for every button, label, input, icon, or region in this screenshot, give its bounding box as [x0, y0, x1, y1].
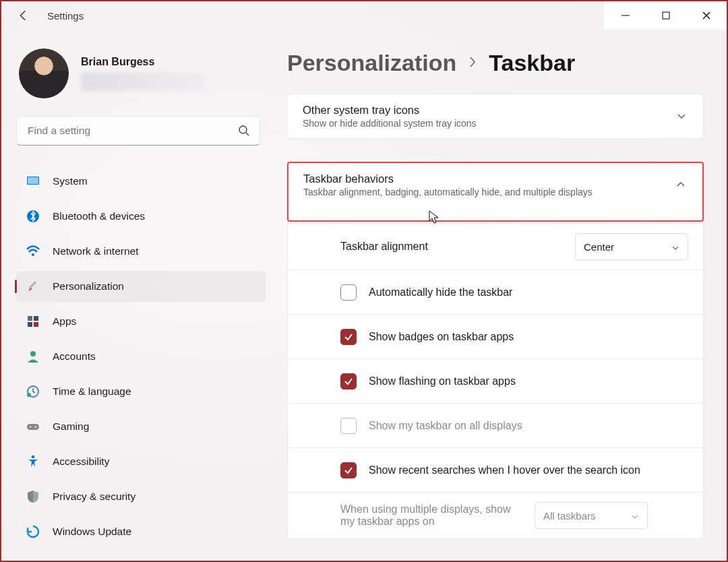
sidebar-item-label: Windows Update — [53, 526, 131, 538]
search-icon — [238, 125, 250, 137]
taskbar-behaviors-options: Taskbar alignment Center Automatically h… — [287, 223, 704, 539]
multi-value: All taskbars — [543, 510, 596, 522]
sidebar-item-label: System — [53, 175, 88, 187]
alldisplays-label: Show my taskbar on all displays — [369, 420, 688, 432]
close-button[interactable] — [686, 1, 727, 30]
chevron-right-icon — [468, 55, 477, 72]
svg-rect-11 — [28, 316, 32, 321]
row-recent-searches[interactable]: Show recent searches when I hover over t… — [288, 447, 703, 492]
svg-point-21 — [32, 456, 35, 459]
avatar — [19, 49, 69, 98]
sidebar-item-label: Personalization — [53, 280, 124, 292]
sidebar-item-label: Apps — [53, 315, 76, 327]
svg-point-17 — [27, 393, 31, 397]
chevron-up-icon — [675, 179, 688, 191]
multi-dropdown: All taskbars — [535, 502, 648, 529]
paintbrush-icon — [26, 279, 40, 294]
update-icon — [26, 524, 40, 539]
wifi-icon — [26, 244, 40, 259]
svg-point-20 — [35, 426, 37, 428]
chevron-down-icon — [631, 511, 639, 520]
card-taskbar-behaviors[interactable]: Taskbar behaviors Taskbar alignment, bad… — [287, 162, 704, 222]
checkbox-checked[interactable] — [340, 329, 357, 345]
sidebar-item-bluetooth[interactable]: Bluetooth & devices — [16, 201, 266, 232]
card-other-tray-icons[interactable]: Other system tray icons Show or hide add… — [287, 94, 704, 139]
sidebar-item-label: Gaming — [53, 420, 89, 433]
window-controls — [604, 1, 727, 30]
shield-icon — [26, 489, 40, 504]
row-alignment: Taskbar alignment Center — [288, 223, 703, 270]
app-title: Settings — [47, 10, 84, 22]
svg-rect-10 — [29, 281, 36, 288]
row-autohide[interactable]: Automatically hide the taskbar — [288, 270, 703, 314]
svg-point-4 — [239, 126, 247, 133]
bluetooth-icon — [26, 209, 40, 224]
sidebar-item-accessibility[interactable]: Accessibility — [16, 446, 266, 477]
apps-icon — [26, 314, 40, 329]
user-email-redacted — [81, 72, 205, 91]
alignment-dropdown[interactable]: Center — [575, 233, 688, 260]
sidebar-item-personalization[interactable]: Personalization — [16, 271, 266, 302]
svg-line-5 — [246, 133, 249, 135]
alignment-label: Taskbar alignment — [340, 241, 563, 253]
user-profile[interactable]: Brian Burgess — [16, 49, 266, 98]
person-icon — [26, 349, 40, 364]
flashing-label: Show flashing on taskbar apps — [369, 375, 688, 387]
restore-button[interactable] — [646, 1, 686, 30]
card-title: Other system tray icons — [303, 104, 676, 117]
svg-point-9 — [32, 253, 34, 256]
breadcrumb: Personalization Taskbar — [287, 50, 704, 76]
svg-rect-12 — [34, 316, 38, 321]
sidebar-item-gaming[interactable]: Gaming — [16, 411, 266, 442]
search-box[interactable] — [16, 116, 260, 146]
sidebar-item-label: Accessibility — [53, 456, 109, 468]
svg-rect-18 — [27, 424, 39, 430]
checkbox-checked[interactable] — [340, 373, 357, 389]
clock-icon — [26, 384, 40, 399]
sidebar-item-apps[interactable]: Apps — [16, 306, 266, 337]
sidebar-item-label: Time & language — [53, 385, 131, 398]
sidebar-item-privacy[interactable]: Privacy & security — [16, 481, 266, 512]
sidebar-item-network[interactable]: Network & internet — [16, 236, 266, 267]
row-multi-displays: When using multiple displays, show my ta… — [288, 492, 703, 538]
sidebar-item-label: Bluetooth & devices — [53, 210, 145, 222]
row-badges[interactable]: Show badges on taskbar apps — [288, 314, 703, 358]
minimize-button[interactable] — [605, 1, 646, 30]
alignment-value: Center — [584, 241, 614, 253]
breadcrumb-parent[interactable]: Personalization — [287, 50, 456, 76]
svg-point-15 — [30, 351, 36, 356]
gamepad-icon — [26, 419, 40, 434]
checkbox-checked[interactable] — [340, 462, 357, 478]
multi-label: When using multiple displays, show my ta… — [340, 503, 522, 528]
back-button[interactable] — [16, 8, 31, 23]
sidebar-item-time[interactable]: Time & language — [16, 376, 266, 407]
sidebar-item-accounts[interactable]: Accounts — [16, 341, 266, 372]
row-flashing[interactable]: Show flashing on taskbar apps — [288, 358, 703, 403]
sidebar-item-system[interactable]: System — [16, 166, 266, 197]
checkbox-unchecked[interactable] — [340, 284, 357, 301]
accessibility-icon — [26, 454, 40, 469]
row-all-displays: Show my taskbar on all displays — [288, 403, 703, 447]
svg-rect-1 — [663, 12, 669, 19]
recent-label: Show recent searches when I hover over t… — [369, 464, 688, 476]
search-input[interactable] — [26, 124, 230, 137]
breadcrumb-current: Taskbar — [489, 50, 575, 76]
chevron-down-icon — [671, 243, 679, 251]
sidebar-item-label: Network & internet — [53, 245, 139, 257]
card-subtitle: Show or hide additional system tray icon… — [303, 118, 676, 129]
card-title: Taskbar behaviors — [303, 173, 675, 185]
svg-rect-13 — [28, 322, 32, 327]
system-icon — [26, 174, 40, 189]
checkbox-disabled — [340, 418, 357, 434]
chevron-down-icon — [676, 111, 688, 123]
user-name: Brian Burgess — [81, 56, 205, 68]
sidebar-item-windows-update[interactable]: Windows Update — [16, 516, 266, 547]
sidebar-item-label: Privacy & security — [53, 491, 135, 503]
svg-point-19 — [30, 426, 32, 428]
badges-label: Show badges on taskbar apps — [369, 331, 688, 343]
autohide-label: Automatically hide the taskbar — [369, 286, 688, 299]
sidebar-item-label: Accounts — [53, 350, 96, 363]
svg-rect-14 — [34, 322, 38, 327]
card-subtitle: Taskbar alignment, badging, automaticall… — [303, 187, 675, 197]
svg-rect-7 — [28, 177, 38, 184]
